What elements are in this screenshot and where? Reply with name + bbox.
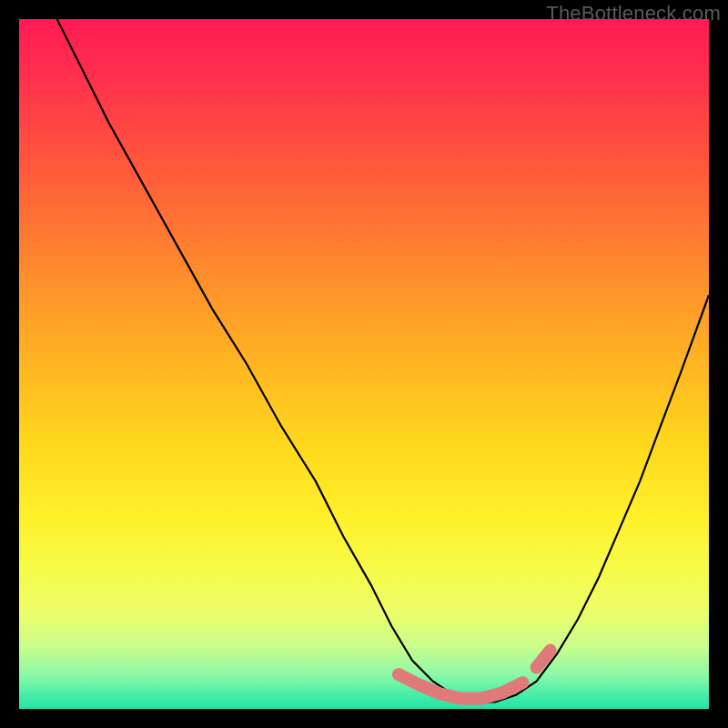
chart-stage: TheBottleneck.com xyxy=(0,0,728,728)
highlight-bottom xyxy=(399,674,522,699)
highlight-overlay xyxy=(19,19,709,709)
highlight-right-segment xyxy=(537,651,551,668)
plot-area xyxy=(19,19,709,709)
